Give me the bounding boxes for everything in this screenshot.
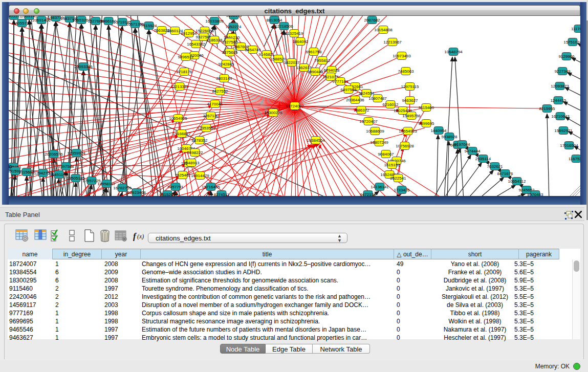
svg-text:9397588: 9397588 — [58, 164, 74, 169]
svg-text:(x): (x) — [137, 233, 144, 240]
svg-text:8427552: 8427552 — [212, 89, 228, 94]
svg-text:18724007: 18724007 — [286, 104, 304, 108]
svg-text:2087682: 2087682 — [364, 18, 380, 23]
svg-text:3822037: 3822037 — [284, 60, 300, 65]
svg-text:16033809: 16033809 — [205, 19, 224, 24]
svg-text:9242845: 9242845 — [218, 62, 234, 67]
svg-text:f: f — [133, 231, 137, 241]
svg-text:19166827: 19166827 — [172, 132, 191, 136]
svg-text:15692971: 15692971 — [554, 128, 573, 133]
svg-text:10688609: 10688609 — [366, 129, 384, 134]
svg-text:18807249: 18807249 — [370, 140, 388, 145]
svg-text:4170041: 4170041 — [207, 102, 223, 106]
svg-text:15720407: 15720407 — [359, 119, 378, 124]
svg-text:1244415: 1244415 — [550, 98, 567, 103]
svg-text:10654925: 10654925 — [169, 116, 187, 121]
svg-text:8274511: 8274511 — [214, 192, 230, 196]
svg-text:6961758: 6961758 — [306, 50, 322, 54]
svg-text:15751074: 15751074 — [563, 40, 580, 45]
svg-text:19384554: 19384554 — [307, 138, 325, 143]
svg-text:9348913: 9348913 — [183, 161, 200, 165]
svg-text:8813054: 8813054 — [266, 18, 282, 23]
svg-text:10654112: 10654112 — [508, 179, 527, 184]
svg-text:1615152: 1615152 — [384, 163, 400, 167]
svg-text:16914479: 16914479 — [191, 173, 209, 178]
svg-text:9327508: 9327508 — [222, 40, 238, 45]
svg-text:1864092: 1864092 — [292, 39, 309, 44]
svg-text:17359924: 17359924 — [67, 151, 85, 156]
svg-text:8186328: 8186328 — [206, 38, 223, 42]
svg-text:8215955: 8215955 — [539, 106, 555, 111]
svg-text:16210643: 16210643 — [551, 114, 570, 119]
svg-text:1117042: 1117042 — [571, 27, 580, 31]
svg-text:5938928: 5938928 — [441, 135, 458, 139]
svg-text:7515524: 7515524 — [141, 24, 157, 28]
svg-text:9896512: 9896512 — [178, 55, 194, 59]
svg-text:1405572: 1405572 — [9, 16, 22, 18]
svg-text:16782759: 16782759 — [113, 186, 132, 190]
svg-text:3875685: 3875685 — [222, 50, 238, 55]
svg-text:2522541: 2522541 — [390, 176, 406, 181]
svg-text:6216012: 6216012 — [382, 102, 399, 107]
svg-text:20053346: 20053346 — [74, 64, 93, 69]
svg-text:20364436: 20364436 — [346, 98, 364, 102]
svg-text:17016504: 17016504 — [560, 143, 578, 148]
svg-text:15716485: 15716485 — [202, 185, 220, 189]
svg-text:9227349: 9227349 — [554, 69, 571, 74]
svg-text:8970463: 8970463 — [527, 192, 543, 196]
svg-text:12093873: 12093873 — [551, 84, 569, 89]
svg-text:12975115: 12975115 — [401, 84, 420, 89]
svg-text:9899695: 9899695 — [418, 121, 434, 126]
svg-text:7386372: 7386372 — [353, 108, 369, 113]
svg-text:12213389: 12213389 — [170, 84, 189, 89]
svg-text:10973493: 10973493 — [393, 54, 411, 58]
svg-text:10648794: 10648794 — [444, 50, 463, 54]
svg-text:11325419: 11325419 — [286, 31, 304, 36]
svg-text:1167531: 1167531 — [569, 157, 580, 161]
svg-text:2803144: 2803144 — [216, 76, 232, 81]
svg-text:7632621: 7632621 — [487, 164, 503, 169]
svg-text:11451194: 11451194 — [50, 172, 68, 177]
svg-text:1440954: 1440954 — [430, 128, 447, 133]
svg-text:10154808: 10154808 — [374, 28, 393, 32]
svg-text:2718176: 2718176 — [176, 70, 192, 74]
svg-text:9084067: 9084067 — [378, 152, 394, 157]
svg-text:15226058: 15226058 — [195, 29, 214, 33]
svg-text:7485063: 7485063 — [398, 69, 414, 74]
svg-text:9115460: 9115460 — [419, 105, 434, 110]
svg-text:3267130: 3267130 — [203, 114, 219, 118]
svg-text:1696175: 1696175 — [226, 16, 242, 18]
svg-text:8471676: 8471676 — [497, 171, 513, 176]
svg-text:8990448: 8990448 — [307, 70, 323, 74]
svg-text:16543382: 16543382 — [187, 42, 205, 47]
svg-text:12923468: 12923468 — [127, 190, 146, 195]
svg-text:14055717: 14055717 — [13, 21, 31, 26]
svg-text:9197044: 9197044 — [454, 142, 470, 147]
svg-text:8454749: 8454749 — [245, 48, 261, 52]
svg-text:7625402: 7625402 — [175, 173, 191, 178]
svg-text:1733426: 1733426 — [394, 188, 410, 192]
svg-text:6497568: 6497568 — [340, 87, 357, 92]
svg-text:1510045: 1510045 — [9, 164, 12, 169]
svg-text:7352274: 7352274 — [225, 25, 242, 29]
svg-text:8912954: 8912954 — [181, 31, 197, 36]
svg-text:6794028: 6794028 — [323, 68, 340, 73]
svg-text:9777169: 9777169 — [332, 79, 349, 84]
svg-text:3624554: 3624554 — [358, 91, 375, 96]
svg-text:9815283: 9815283 — [159, 192, 176, 196]
svg-text:9146821: 9146821 — [258, 52, 275, 57]
svg-text:8878352: 8878352 — [191, 138, 208, 143]
svg-text:15495756: 15495756 — [402, 114, 421, 118]
svg-text:20206576: 20206576 — [45, 152, 63, 157]
svg-text:7955812: 7955812 — [314, 58, 331, 63]
svg-text:9474444: 9474444 — [464, 149, 481, 154]
svg-text:9472158: 9472158 — [360, 192, 376, 196]
svg-text:1115682: 1115682 — [19, 170, 35, 174]
svg-text:5498222: 5498222 — [187, 150, 203, 155]
svg-text:10807487: 10807487 — [368, 96, 387, 101]
svg-text:12213967: 12213967 — [383, 40, 402, 45]
svg-text:12218506: 12218506 — [275, 24, 293, 29]
svg-text:14136141: 14136141 — [371, 185, 389, 189]
svg-text:9129966: 9129966 — [558, 54, 575, 59]
svg-text:19654923: 19654923 — [399, 129, 417, 134]
